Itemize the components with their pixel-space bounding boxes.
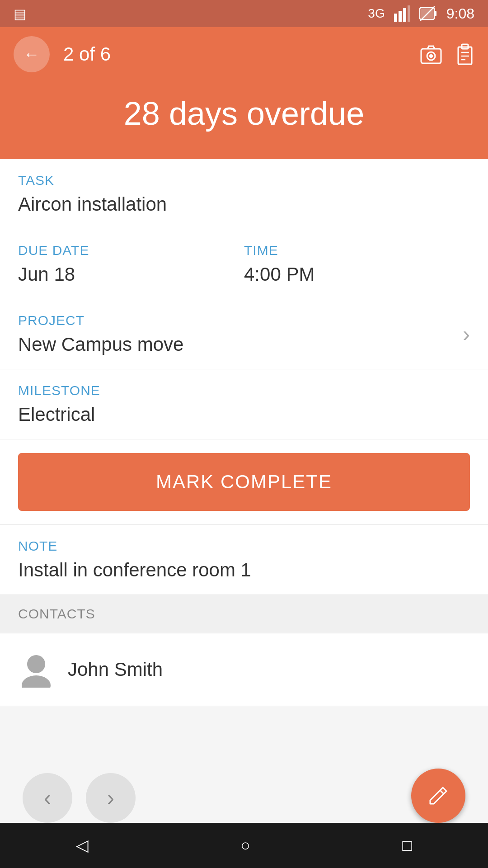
- clipboard-icon: [455, 43, 474, 65]
- note-section: NOTE Install in conference room 1: [0, 525, 488, 595]
- contact-name: John Smith: [68, 659, 163, 680]
- signal-icon: [394, 5, 410, 22]
- svg-point-16: [27, 655, 45, 673]
- next-task-button[interactable]: ›: [86, 773, 136, 823]
- notification-icon: ▤: [14, 6, 26, 22]
- due-date-time-section: DUE DATE Jun 18 TIME 4:00 PM: [0, 229, 488, 299]
- content-area: TASK Aircon installation DUE DATE Jun 18…: [0, 159, 488, 706]
- time-col: TIME 4:00 PM: [244, 243, 470, 285]
- camera-button[interactable]: [420, 44, 442, 64]
- status-left: ▤: [14, 0, 26, 27]
- project-label: PROJECT: [18, 313, 463, 328]
- due-date-value: Jun 18: [18, 264, 244, 285]
- prev-task-button[interactable]: ‹: [23, 773, 72, 823]
- task-counter: 2 of 6: [63, 43, 420, 65]
- chevron-right-icon: ›: [463, 323, 470, 345]
- android-back-button[interactable]: ◁: [76, 836, 89, 855]
- project-content: PROJECT New Campus move: [18, 313, 463, 355]
- header-top: ← 2 of 6: [14, 36, 474, 72]
- due-date-label: DUE DATE: [18, 243, 244, 258]
- project-value: New Campus move: [18, 334, 463, 355]
- edit-icon: [427, 784, 450, 807]
- contact-item[interactable]: John Smith: [0, 633, 488, 706]
- svg-point-10: [429, 54, 433, 58]
- time-label: TIME: [244, 243, 470, 258]
- android-recents-button[interactable]: □: [402, 836, 412, 855]
- network-indicator: 3G: [368, 6, 385, 21]
- time-value: 4:00 PM: [244, 264, 470, 285]
- android-home-icon: ○: [240, 836, 250, 854]
- note-value: Install in conference room 1: [18, 559, 470, 581]
- milestone-section: MILESTONE Electrical: [0, 369, 488, 439]
- android-nav-bar: ◁ ○ □: [0, 823, 488, 868]
- camera-icon: [420, 44, 442, 64]
- next-icon: ›: [107, 787, 114, 809]
- mark-complete-container: MARK COMPLETE: [0, 439, 488, 525]
- android-home-button[interactable]: ○: [240, 836, 250, 855]
- header: ← 2 of 6 28 d: [0, 27, 488, 159]
- svg-rect-3: [408, 5, 410, 22]
- task-value: Aircon installation: [18, 193, 470, 215]
- project-section[interactable]: PROJECT New Campus move ›: [0, 299, 488, 369]
- clipboard-button[interactable]: [455, 43, 474, 65]
- status-bar: ▤ 3G 9:08: [0, 0, 488, 27]
- contacts-label: CONTACTS: [18, 606, 95, 621]
- back-arrow-icon: ←: [23, 46, 40, 62]
- header-actions: [420, 43, 474, 65]
- android-back-icon: ◁: [76, 836, 89, 854]
- svg-rect-5: [434, 11, 436, 16]
- avatar-icon: [20, 651, 52, 688]
- task-section: TASK Aircon installation: [0, 159, 488, 229]
- contacts-header: CONTACTS: [0, 595, 488, 633]
- milestone-label: MILESTONE: [18, 383, 470, 398]
- milestone-value: Electrical: [18, 404, 470, 425]
- svg-line-18: [440, 790, 444, 794]
- svg-rect-1: [399, 11, 402, 22]
- android-recents-icon: □: [402, 836, 412, 854]
- contact-avatar: [18, 651, 54, 688]
- svg-rect-0: [394, 14, 397, 22]
- task-label: TASK: [18, 173, 470, 188]
- edit-fab-button[interactable]: [411, 769, 465, 823]
- svg-point-17: [22, 675, 51, 688]
- svg-rect-2: [403, 8, 406, 22]
- overdue-title: 28 days overdue: [14, 90, 474, 141]
- due-date-col: DUE DATE Jun 18: [18, 243, 244, 285]
- battery-icon: [419, 5, 437, 22]
- back-button[interactable]: ←: [14, 36, 50, 72]
- prev-icon: ‹: [44, 787, 51, 809]
- status-time: 9:08: [446, 5, 474, 22]
- note-label: NOTE: [18, 538, 470, 554]
- mark-complete-button[interactable]: MARK COMPLETE: [18, 453, 470, 511]
